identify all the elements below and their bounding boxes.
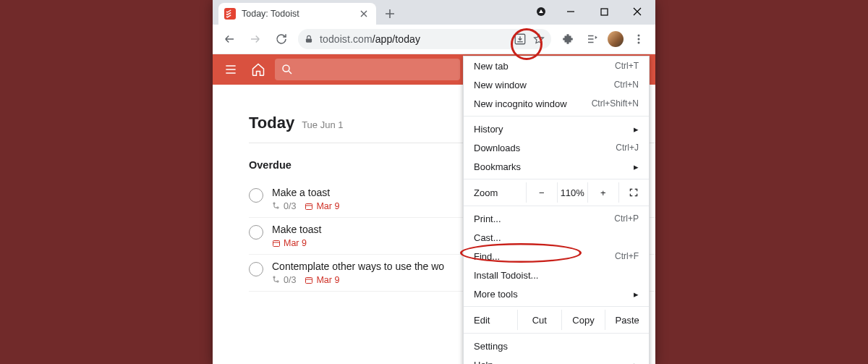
menu-downloads[interactable]: Downloads Ctrl+J xyxy=(464,138,649,157)
fullscreen-button[interactable] xyxy=(618,182,650,203)
menu-zoom-row: Zoom − 110% + xyxy=(464,182,649,203)
menu-zoom-label: Zoom xyxy=(464,187,526,198)
menu-edit-label: Edit xyxy=(464,315,517,326)
chrome-overflow-menu: New tab Ctrl+T New window Ctrl+N New inc… xyxy=(463,56,650,364)
menu-find[interactable]: Find... Ctrl+F xyxy=(464,247,649,266)
edit-copy-button[interactable]: Copy xyxy=(561,310,605,330)
task-date: Mar 9 xyxy=(305,201,339,211)
svg-point-5 xyxy=(638,35,640,37)
new-tab-button[interactable] xyxy=(380,4,399,23)
menu-separator xyxy=(464,306,649,307)
menu-help[interactable]: Help ▸ xyxy=(464,355,649,364)
calendar-icon xyxy=(305,276,313,284)
window-controls xyxy=(534,1,654,22)
menu-new-incognito[interactable]: New incognito window Ctrl+Shift+N xyxy=(464,94,649,113)
svg-point-10 xyxy=(277,207,278,208)
chevron-right-icon: ▸ xyxy=(634,360,639,365)
avatar[interactable] xyxy=(608,31,624,47)
lock-icon xyxy=(304,34,314,44)
menu-separator xyxy=(464,179,649,179)
menu-separator xyxy=(464,206,649,206)
svg-rect-0 xyxy=(224,8,236,20)
svg-rect-15 xyxy=(306,278,312,284)
reload-button[interactable] xyxy=(269,27,294,51)
back-button[interactable] xyxy=(217,27,242,51)
menu-print[interactable]: Print... Ctrl+P xyxy=(464,209,649,228)
toolbar: todoist.com/app/today xyxy=(213,25,655,54)
chevron-right-icon: ▸ xyxy=(634,289,639,300)
zoom-value: 110% xyxy=(557,182,588,203)
heading-date: Tue Jun 1 xyxy=(302,119,343,130)
zoom-out-button[interactable]: − xyxy=(526,182,557,203)
search-icon xyxy=(281,63,294,76)
app-search[interactable] xyxy=(275,59,460,80)
task-checkbox[interactable] xyxy=(249,188,263,203)
menu-edit-row: Edit Cut Copy Paste xyxy=(464,310,649,330)
profile-indicator-icon[interactable] xyxy=(534,4,548,19)
menu-cast[interactable]: Cast... xyxy=(464,228,649,247)
task-subtasks: 0/3 xyxy=(272,201,296,211)
tab-title: Today: Todoist xyxy=(242,9,353,19)
menu-new-tab[interactable]: New tab Ctrl+T xyxy=(464,56,649,75)
svg-rect-11 xyxy=(306,204,312,210)
svg-point-6 xyxy=(638,38,640,41)
edit-cut-button[interactable]: Cut xyxy=(517,310,561,330)
menu-new-window[interactable]: New window Ctrl+N xyxy=(464,75,649,94)
window-close-button[interactable] xyxy=(621,1,654,22)
calendar-icon xyxy=(272,239,281,247)
task-checkbox[interactable] xyxy=(249,225,263,240)
task-checkbox[interactable] xyxy=(249,262,263,276)
media-icon[interactable] xyxy=(580,27,605,51)
subtasks-icon xyxy=(272,202,281,211)
task-subtasks: 0/3 xyxy=(272,275,296,285)
subtasks-icon xyxy=(272,276,281,284)
tabstrip: Today: Todoist xyxy=(213,0,655,25)
task-date: Mar 9 xyxy=(305,275,339,285)
menu-install-app[interactable]: Install Todoist... xyxy=(464,266,649,284)
app-menu-icon[interactable] xyxy=(220,59,242,80)
svg-point-8 xyxy=(283,65,289,72)
svg-rect-12 xyxy=(273,241,280,247)
todoist-favicon-icon xyxy=(224,8,236,20)
star-icon[interactable] xyxy=(532,33,545,46)
svg-rect-2 xyxy=(601,9,608,15)
chevron-right-icon: ▸ xyxy=(634,161,639,172)
address-bar[interactable]: todoist.com/app/today xyxy=(298,29,551,49)
install-app-icon[interactable] xyxy=(514,33,527,46)
window-minimize-button[interactable] xyxy=(554,1,587,22)
svg-point-7 xyxy=(638,42,640,44)
menu-separator xyxy=(464,116,649,117)
url-text: todoist.com/app/today xyxy=(320,33,420,45)
menu-separator xyxy=(464,333,649,334)
tab-current[interactable]: Today: Todoist xyxy=(218,3,376,25)
menu-history[interactable]: History ▸ xyxy=(464,119,649,138)
svg-point-14 xyxy=(277,281,278,282)
forward-button[interactable] xyxy=(243,27,268,51)
zoom-in-button[interactable]: + xyxy=(587,182,618,203)
menu-settings[interactable]: Settings xyxy=(464,337,649,355)
menu-bookmarks[interactable]: Bookmarks ▸ xyxy=(464,157,649,176)
svg-rect-3 xyxy=(306,38,312,42)
chevron-right-icon: ▸ xyxy=(634,124,639,135)
menu-more-tools[interactable]: More tools ▸ xyxy=(464,284,649,303)
home-icon[interactable] xyxy=(247,59,269,80)
edit-paste-button[interactable]: Paste xyxy=(605,310,649,330)
chrome-menu-button[interactable] xyxy=(626,27,651,51)
heading-title: Today xyxy=(249,114,294,132)
tab-close-icon[interactable] xyxy=(359,9,369,19)
toolbar-right xyxy=(556,27,651,51)
window-maximize-button[interactable] xyxy=(587,1,621,22)
extensions-icon[interactable] xyxy=(556,27,580,51)
calendar-icon xyxy=(305,202,313,211)
task-date: Mar 9 xyxy=(272,238,307,248)
